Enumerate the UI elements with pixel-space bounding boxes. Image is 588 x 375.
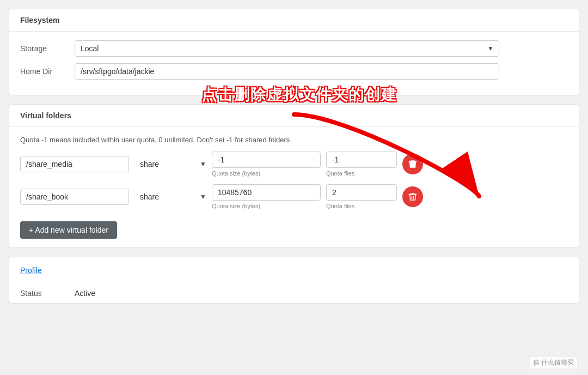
profile-link[interactable]: Profile xyxy=(20,266,42,275)
status-row: Status Active xyxy=(9,283,579,303)
quota-files-field-1: Quota files xyxy=(326,152,397,177)
status-label: Status xyxy=(20,289,75,298)
profile-card: Profile Status Active xyxy=(9,257,579,304)
vfolder-row-1: share ▼ Quota size (bytes) Quota files xyxy=(20,152,568,177)
quota-files-label-2: Quota files xyxy=(326,203,397,209)
quota-files-input-1[interactable] xyxy=(326,152,397,168)
quota-size-input-2[interactable] xyxy=(212,184,321,201)
virtual-folders-header: Virtual folders xyxy=(9,105,579,127)
virtual-folders-card: Virtual folders Quota -1 means included … xyxy=(9,104,579,248)
quota-size-input-1[interactable] xyxy=(212,152,321,168)
virtual-folders-body: Quota -1 means included within user quot… xyxy=(9,127,579,247)
quota-size-label-1: Quota size (bytes) xyxy=(212,170,321,177)
vfolder-row-2: share ▼ Quota size (bytes) Quota files xyxy=(20,184,568,209)
watermark: 值 什么值得买 xyxy=(530,357,577,368)
quota-size-field-2: Quota size (bytes) xyxy=(212,184,321,209)
filesystem-body: Storage Local ▼ Home Dir xyxy=(9,32,579,95)
vfolder-select-arrow-icon-2: ▼ xyxy=(200,193,206,201)
vfolder-name-select-wrapper-1[interactable]: share ▼ xyxy=(134,156,206,172)
add-virtual-folder-button[interactable]: + Add new virtual folder xyxy=(20,221,117,239)
storage-label: Storage xyxy=(20,44,75,53)
quota-files-field-2: Quota files xyxy=(326,184,397,209)
filesystem-card: Filesystem Storage Local ▼ Home Dir xyxy=(9,9,579,95)
storage-select-wrapper[interactable]: Local ▼ xyxy=(75,40,499,57)
vfolder-name-2: share xyxy=(134,189,200,204)
vfolder-name-select-wrapper-2[interactable]: share ▼ xyxy=(134,189,206,204)
home-dir-input[interactable] xyxy=(75,63,499,80)
vfolder-path-2[interactable] xyxy=(20,189,129,205)
quota-files-label-1: Quota files xyxy=(326,170,397,177)
profile-body: Profile xyxy=(9,257,579,283)
trash-icon-2 xyxy=(408,192,418,202)
filesystem-header: Filesystem xyxy=(9,9,579,32)
storage-select[interactable]: Local xyxy=(75,40,499,57)
page-wrapper: Filesystem Storage Local ▼ Home Dir Virt… xyxy=(0,0,588,375)
vfolder-name-1: share xyxy=(134,156,200,172)
quota-note: Quota -1 means included within user quot… xyxy=(20,136,568,144)
delete-vfolder-button-1[interactable] xyxy=(402,154,423,174)
home-dir-label: Home Dir xyxy=(20,67,75,76)
quota-size-label-2: Quota size (bytes) xyxy=(212,203,321,209)
home-dir-row: Home Dir xyxy=(20,63,568,80)
vfolder-path-1[interactable] xyxy=(20,156,129,172)
quota-size-field-1: Quota size (bytes) xyxy=(212,152,321,177)
delete-vfolder-button-2[interactable] xyxy=(402,186,423,207)
storage-row: Storage Local ▼ xyxy=(20,40,568,57)
trash-icon-1 xyxy=(408,159,418,169)
status-value: Active xyxy=(75,289,95,298)
quota-files-input-2[interactable] xyxy=(326,184,397,201)
vfolder-select-arrow-icon-1: ▼ xyxy=(200,160,206,168)
